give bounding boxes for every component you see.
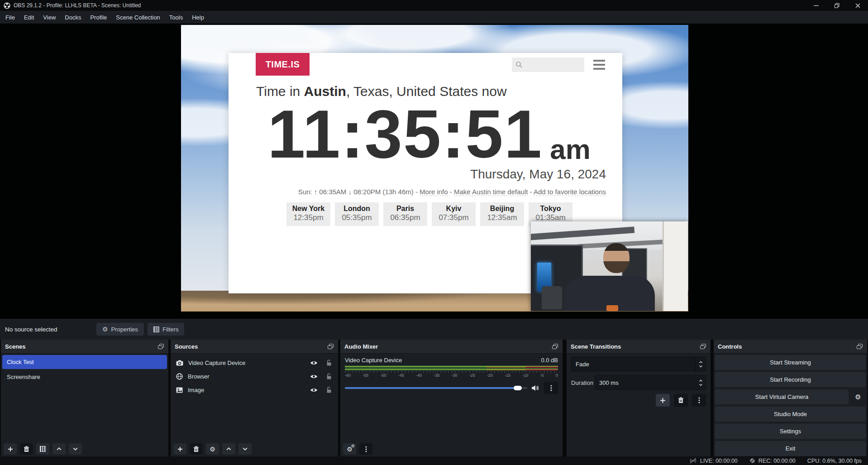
chevron-up-icon xyxy=(226,447,232,451)
lock-icon[interactable] xyxy=(326,373,332,379)
start-streaming-button[interactable]: Start Streaming xyxy=(715,355,866,370)
scene-filters-button[interactable] xyxy=(36,443,49,455)
remove-transition-button[interactable] xyxy=(674,394,688,407)
start-virtual-camera-button[interactable]: Start Virtual Camera xyxy=(715,389,849,404)
meter-tick-label: 0 xyxy=(556,373,558,378)
trash-icon xyxy=(678,397,684,403)
properties-button[interactable]: ⚙ Properties xyxy=(96,323,144,336)
mixer-channel: Video Capture Device 0.0 dB -60 -55 -50 … xyxy=(340,354,563,394)
menu-view[interactable]: View xyxy=(38,11,60,24)
transition-menu-button[interactable] xyxy=(692,394,706,407)
sources-panel-header[interactable]: Sources xyxy=(171,340,338,354)
settings-button[interactable]: Settings xyxy=(715,424,866,439)
advanced-audio-button[interactable]: ⚙⚙ xyxy=(343,443,356,455)
cpu-fps-status: CPU: 0.6%, 30.00 fps xyxy=(807,458,862,464)
source-item-browser[interactable]: Browser xyxy=(171,369,338,383)
move-source-down-button[interactable] xyxy=(238,443,252,455)
restore-button[interactable] xyxy=(826,0,847,11)
channel-menu-button[interactable] xyxy=(544,382,558,394)
rec-status: REC: 00:00:00 xyxy=(749,458,796,464)
controls-header[interactable]: Controls xyxy=(714,340,867,354)
meter-scale: -60 -55 -50 -45 -40 -35 -30 -25 -20 -15 … xyxy=(345,373,558,378)
obs-logo-icon xyxy=(4,2,10,9)
virtual-camera-config-button[interactable]: ⚙ xyxy=(850,389,866,404)
clock-meridiem: am xyxy=(550,135,591,168)
menu-help[interactable]: Help xyxy=(187,11,209,24)
broadcast-inactive-icon xyxy=(689,458,697,464)
meter-tick-label: -15 xyxy=(505,373,510,378)
timeis-logo: TIME.IS xyxy=(256,53,310,76)
move-scene-down-button[interactable] xyxy=(69,443,82,455)
person-face xyxy=(603,243,630,273)
scene-item-clock-test[interactable]: Clock Test xyxy=(2,355,167,369)
transition-select[interactable]: Fade xyxy=(571,357,706,371)
lock-icon[interactable] xyxy=(326,387,332,393)
restore-icon xyxy=(835,3,839,8)
exit-button[interactable]: Exit xyxy=(715,441,866,456)
city-card: New York12:35pm xyxy=(286,202,330,226)
popout-icon[interactable] xyxy=(856,344,863,350)
image-icon xyxy=(176,387,183,393)
lock-icon[interactable] xyxy=(326,360,332,366)
globe-icon xyxy=(176,373,183,380)
start-recording-button[interactable]: Start Recording xyxy=(715,372,866,387)
close-icon xyxy=(855,3,860,8)
meter-tick-label: -35 xyxy=(434,373,439,378)
duration-label: Duration xyxy=(571,379,595,386)
speaker-mute-icon[interactable] xyxy=(531,385,539,391)
volume-slider-handle[interactable] xyxy=(514,386,522,390)
title-bar[interactable]: OBS 29.1.2 - Profile: LLHLS BETA - Scene… xyxy=(0,0,868,11)
filters-icon xyxy=(40,446,46,452)
source-item-video-capture[interactable]: Video Capture Device xyxy=(171,356,338,369)
obs-window: OBS 29.1.2 - Profile: LLHLS BETA - Scene… xyxy=(0,0,868,465)
sources-toolbar: ⚙ xyxy=(173,443,335,455)
visibility-eye-icon[interactable] xyxy=(310,388,318,393)
minimize-button[interactable] xyxy=(806,0,826,11)
close-button[interactable] xyxy=(847,0,868,11)
visibility-eye-icon[interactable] xyxy=(310,374,318,379)
scene-item-screenshare[interactable]: Screenshare xyxy=(2,370,167,384)
source-item-image[interactable]: Image xyxy=(171,383,338,397)
meter-tick-label: -60 xyxy=(345,373,351,378)
transitions-header[interactable]: Scene Transitions xyxy=(567,340,711,354)
live-status: LIVE: 00:00:00 xyxy=(689,458,738,464)
meter-tick-label: -55 xyxy=(362,373,368,378)
city-card: Kyiv07:35pm xyxy=(432,202,476,226)
source-properties-button[interactable]: ⚙ xyxy=(206,443,219,455)
channel-name: Video Capture Device xyxy=(345,357,402,364)
meter-tick-label: -50 xyxy=(380,373,386,378)
controls-panel: Controls Start Streaming Start Recording… xyxy=(714,340,867,456)
visibility-eye-icon[interactable] xyxy=(310,360,318,365)
remove-source-button[interactable] xyxy=(190,443,203,455)
add-scene-button[interactable] xyxy=(4,443,17,455)
audio-mixer-panel: Audio Mixer Video Capture Device 0.0 dB … xyxy=(340,340,563,456)
popout-icon[interactable] xyxy=(552,344,558,350)
menu-file[interactable]: File xyxy=(1,11,19,24)
video-preview[interactable]: TIME.IS Time in Austin, Texas, United St… xyxy=(181,25,688,312)
mixer-menu-button[interactable] xyxy=(359,443,372,455)
move-source-up-button[interactable] xyxy=(222,443,235,455)
menu-docks[interactable]: Docks xyxy=(60,11,86,24)
menu-edit[interactable]: Edit xyxy=(19,11,38,24)
menu-profile[interactable]: Profile xyxy=(86,11,111,24)
scenes-panel-header[interactable]: Scenes xyxy=(1,340,168,354)
canvas-area: TIME.IS Time in Austin, Texas, United St… xyxy=(0,24,868,318)
studio-mode-button[interactable]: Studio Mode xyxy=(715,407,866,422)
webcam-overlay[interactable] xyxy=(531,221,688,311)
add-source-button[interactable] xyxy=(173,443,186,455)
menu-scene-collection[interactable]: Scene Collection xyxy=(111,11,165,24)
move-scene-up-button[interactable] xyxy=(52,443,66,455)
chevron-down-icon xyxy=(72,447,78,451)
volume-slider[interactable] xyxy=(345,386,527,390)
menu-tools[interactable]: Tools xyxy=(165,11,187,24)
popout-icon[interactable] xyxy=(157,344,164,350)
audio-mixer-header[interactable]: Audio Mixer xyxy=(340,340,563,354)
scene-list: Clock Test Screenshare xyxy=(1,354,168,386)
popout-icon[interactable] xyxy=(327,344,334,350)
popout-icon[interactable] xyxy=(700,344,706,350)
duration-spinbox[interactable]: 300 ms xyxy=(595,375,706,390)
filters-button[interactable]: Filters xyxy=(148,323,184,336)
chevron-down-icon xyxy=(699,365,703,368)
add-transition-button[interactable] xyxy=(656,394,670,407)
remove-scene-button[interactable] xyxy=(20,443,33,455)
